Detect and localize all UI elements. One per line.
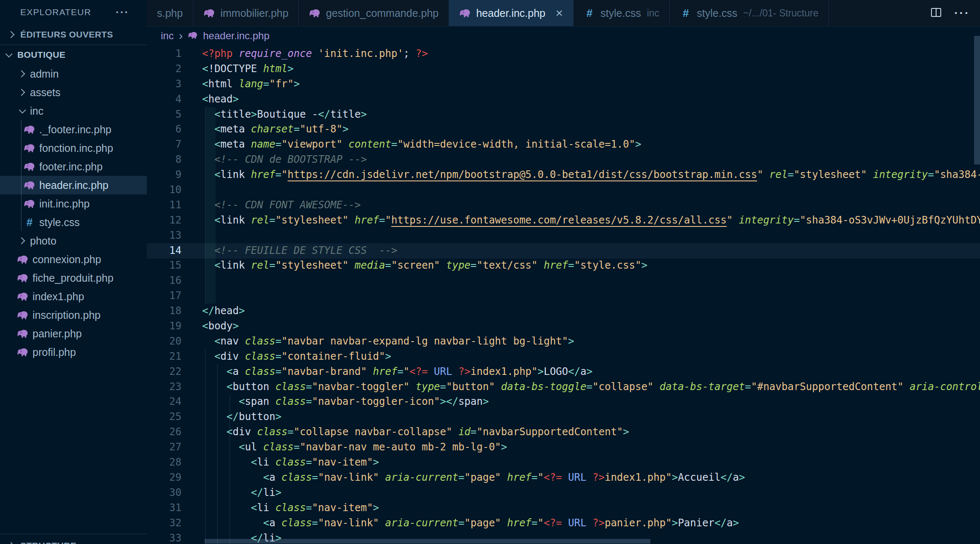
code-line-3[interactable]: 3<html lang="fr"> [147, 77, 980, 92]
vertical-scrollbar[interactable] [974, 36, 980, 164]
code-line-7[interactable]: 7 <meta name="viewport" content="width=d… [147, 137, 980, 152]
code-line-26[interactable]: 26 <div class="collapse navbar-collapse"… [147, 425, 980, 440]
code-editor[interactable]: 1<?php require_once 'init.inc.php'; ?>2<… [147, 45, 980, 544]
code-line-5[interactable]: 5 <title>Boutique -</title> [147, 107, 980, 122]
code-line-12[interactable]: 12 <link rel="stylesheet" href="https://… [147, 213, 980, 228]
file-name: profil.php [32, 346, 76, 358]
code-line-27[interactable]: 27 <ul class="navbar-nav me-auto mb-2 mb… [147, 440, 980, 455]
tree-item-photo[interactable]: photo [0, 232, 147, 250]
line-number: 10 [147, 183, 181, 198]
file-name: fonction.inc.php [39, 142, 113, 154]
tree-item-assets[interactable]: assets [0, 83, 147, 102]
line-content: <link href="https://cdn.jsdelivr.net/npm… [202, 169, 980, 180]
tree-item-init.inc.php[interactable]: init.inc.php [0, 194, 147, 213]
code-line-4[interactable]: 4<head> [147, 92, 980, 107]
breadcrumb-file[interactable]: header.inc.php [203, 30, 269, 42]
tab-style.css[interactable]: #style.cssinc [574, 0, 670, 26]
code-line-9[interactable]: 9 <link href="https://cdn.jsdelivr.net/n… [147, 167, 980, 183]
code-line-20[interactable]: 20 <nav class="navbar navbar-expand-lg n… [147, 334, 980, 349]
close-icon[interactable]: × [555, 9, 563, 17]
tree-item-inc[interactable]: inc [0, 102, 147, 120]
code-line-18[interactable]: 18</head> [147, 304, 980, 319]
tab-description: ~/.../01- Structure [743, 8, 818, 19]
code-line-22[interactable]: 22 <a class="navbar-brand" href="<?= URL… [147, 364, 980, 380]
tree-item-._footer.inc.php[interactable]: ._footer.inc.php [0, 120, 147, 139]
tree-item-style.css[interactable]: #style.css [0, 213, 147, 232]
code-line-25[interactable]: 25 </button> [147, 409, 980, 425]
tab-label: header.inc.php [476, 7, 545, 19]
tree-item-inscription.php[interactable]: inscription.php [0, 306, 147, 324]
code-line-32[interactable]: 32 <a class="nav-link" aria-current="pag… [147, 516, 980, 531]
tree-item-index1.php[interactable]: index1.php [0, 287, 147, 306]
line-content: <a class="nav-link" aria-current="page" … [202, 517, 739, 529]
line-content: <ul class="navbar-nav me-auto mb-2 mb-lg… [202, 441, 507, 453]
line-number: 14 [147, 243, 181, 259]
tree-item-fonction.inc.php[interactable]: fonction.inc.php [0, 139, 147, 157]
code-line-17[interactable]: 17 [147, 288, 980, 304]
tab-immobilier.php[interactable]: immobilier.php [193, 0, 299, 26]
breadcrumb-separator-icon: › [179, 32, 183, 40]
line-content: <!-- CDN FONT AWESOME--> [202, 199, 361, 211]
line-content: <title>Boutique -</title> [202, 108, 367, 120]
breadcrumb-folder[interactable]: inc [161, 30, 174, 42]
css-file-icon: # [584, 7, 596, 20]
code-line-11[interactable]: 11 <!-- CDN FONT AWESOME--> [147, 198, 980, 213]
tab-label: style.css [601, 7, 641, 19]
code-line-31[interactable]: 31 <li class="nav-item"> [147, 501, 980, 516]
tree-item-header.inc.php[interactable]: header.inc.php [0, 176, 147, 194]
workspace-section-header[interactable]: BOUTIQUE [0, 45, 147, 65]
line-number: 24 [147, 394, 181, 409]
tab-s.php[interactable]: s.php [147, 0, 193, 26]
code-line-21[interactable]: 21 <div class="container-fluid"> [147, 349, 980, 364]
split-editor-icon[interactable] [930, 6, 942, 20]
line-content: </head> [202, 305, 245, 317]
tree-item-fiche_produit.php[interactable]: fiche_produit.php [0, 269, 147, 287]
code-line-14[interactable]: 14 <!-- FEUILLE DE STYLE CSS --> [147, 243, 980, 259]
code-line-28[interactable]: 28 <li class="nav-item"> [147, 455, 980, 470]
code-line-15[interactable]: 15 <link rel="stylesheet" media="screen"… [147, 258, 980, 273]
explorer-header: EXPLORATEUR ··· [0, 0, 147, 24]
line-number: 12 [147, 213, 181, 228]
code-line-1[interactable]: 1<?php require_once 'init.inc.php'; ?> [147, 46, 980, 62]
php-elephant-icon [24, 162, 35, 171]
line-content: <nav class="navbar navbar-expand-lg navb… [202, 335, 574, 347]
tab-style.css[interactable]: #style.css~/.../01- Structure [670, 0, 829, 26]
open-editors-section-header[interactable]: ÉDITEURS OUVERTS [0, 24, 147, 45]
tree-item-panier.php[interactable]: panier.php [0, 324, 147, 343]
code-line-8[interactable]: 8 <!-- CDN de BOOTSTRAP --> [147, 152, 980, 167]
line-number: 3 [147, 77, 181, 92]
code-line-19[interactable]: 19<body> [147, 319, 980, 334]
code-line-24[interactable]: 24 <span class="navbar-toggler-icon"></s… [147, 394, 980, 409]
line-content: <!DOCTYPE html> [202, 63, 294, 75]
line-number: 18 [147, 304, 181, 319]
code-line-23[interactable]: 23 <button class="navbar-toggler" type="… [147, 380, 980, 395]
line-number: 7 [147, 137, 181, 152]
tab-gestion_commande.php[interactable]: gestion_commande.php [299, 0, 449, 26]
tab-bar: s.phpimmobilier.phpgestion_commande.phph… [147, 0, 980, 27]
tree-item-admin[interactable]: admin [0, 65, 147, 83]
file-name: style.css [39, 216, 80, 229]
line-number: 5 [147, 107, 181, 122]
explorer-more-icon[interactable]: ··· [116, 10, 129, 14]
code-line-13[interactable]: 13 [147, 228, 980, 243]
editor-more-icon[interactable]: ··· [954, 11, 970, 15]
vscode-window: EXPLORATEUR ··· ÉDITEURS OUVERTS BOUTIQU… [0, 0, 980, 544]
code-line-16[interactable]: 16 [147, 273, 980, 288]
file-name: photo [30, 235, 57, 247]
php-elephant-icon [24, 143, 35, 153]
code-line-6[interactable]: 6 <meta charset="utf-8"> [147, 122, 980, 137]
code-line-29[interactable]: 29 <a class="nav-link" aria-current="pag… [147, 470, 980, 485]
code-line-30[interactable]: 30 </li> [147, 485, 980, 501]
code-line-2[interactable]: 2<!DOCTYPE html> [147, 62, 980, 77]
file-name: connexion.php [32, 253, 101, 266]
file-name: header.inc.php [39, 179, 108, 191]
tab-header.inc.php[interactable]: header.inc.php× [449, 0, 574, 26]
code-line-10[interactable]: 10 [147, 183, 980, 198]
tree-item-connexion.php[interactable]: connexion.php [0, 250, 147, 269]
editor-actions: ··· [920, 0, 980, 26]
structure-section-header[interactable]: STRUCTURE [0, 536, 147, 544]
tree-item-profil.php[interactable]: profil.php [0, 343, 147, 361]
horizontal-scrollbar[interactable] [205, 539, 650, 544]
tree-item-footer.inc.php[interactable]: footer.inc.php [0, 157, 147, 176]
tree-indent-guide [21, 120, 22, 231]
